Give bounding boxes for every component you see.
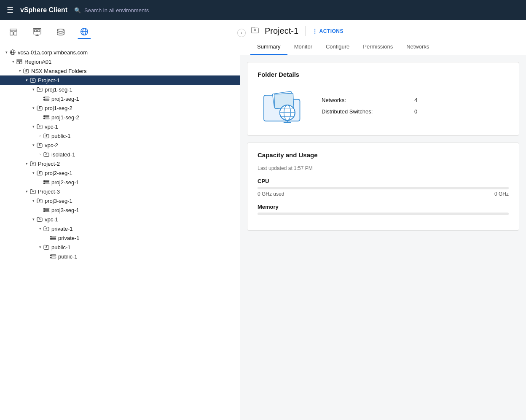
tree-item-region[interactable]: ▾ RegionA01 <box>0 57 240 66</box>
tree-label-public1: public-1 <box>58 253 238 260</box>
collapse-button[interactable]: ‹ <box>237 29 246 37</box>
nav-vms-icon[interactable] <box>30 25 44 39</box>
svg-rect-40 <box>32 191 34 192</box>
svg-rect-20 <box>39 89 40 90</box>
networks-value: 4 <box>414 97 417 103</box>
svg-rect-0 <box>10 29 17 31</box>
tree-toggle-proj2seg1 <box>37 179 43 185</box>
tree-item-project3[interactable]: ▾ Project-3 <box>0 187 240 196</box>
tree-toggle-nsxfolders[interactable]: ▾ <box>17 68 23 74</box>
search-placeholder: Search in all environments <box>84 7 149 13</box>
tree-toggle-isolated1folder[interactable]: › <box>37 151 43 157</box>
tree-toggle-vcsa[interactable]: ▾ <box>3 49 9 55</box>
svg-rect-6 <box>35 30 37 32</box>
svg-rect-19 <box>32 80 34 81</box>
tree-icon-private1 <box>50 234 56 241</box>
cpu-total: 0 GHz <box>494 191 509 197</box>
tree-label-vcsa: vcsa-01a.corp.vmbeans.com <box>18 49 238 56</box>
svg-point-23 <box>44 97 45 98</box>
tree-item-private1folder[interactable]: ▾ private-1 <box>0 224 240 233</box>
tree-toggle-public1folder2[interactable]: ▾ <box>37 244 43 250</box>
tree-icon-region <box>16 58 23 65</box>
tree-item-proj1seg2folder[interactable]: ▾ proj1-seg-2 <box>0 103 240 113</box>
tree-icon-proj3seg1folder <box>36 197 43 204</box>
svg-point-55 <box>51 255 51 256</box>
svg-point-39 <box>44 183 45 183</box>
tree-toggle-private1folder[interactable]: ▾ <box>37 226 43 232</box>
tree-item-proj1seg2[interactable]: proj1-seg-2 <box>0 113 240 122</box>
tree-item-proj1seg1[interactable]: proj1-seg-1 <box>0 94 240 103</box>
tree-item-vpc1folder[interactable]: ▾ vpc-1 <box>0 122 240 131</box>
tree-icon-private1folder <box>43 225 50 232</box>
tree-label-proj3seg1: proj3-seg-1 <box>51 207 238 213</box>
svg-point-8 <box>57 29 64 32</box>
switches-value: 0 <box>414 108 417 115</box>
svg-point-51 <box>51 239 51 239</box>
tree-item-proj3vpc1folder[interactable]: ▾ vpc-1 <box>0 215 240 224</box>
tree-item-vcsa[interactable]: ▾ vcsa-01a.corp.vmbeans.com <box>0 48 240 57</box>
svg-point-28 <box>44 116 45 116</box>
tab-networks[interactable]: Networks <box>400 40 436 55</box>
tree-item-project2[interactable]: ▾ Project-2 <box>0 159 240 168</box>
tree-toggle-vpc1folder[interactable]: ▾ <box>30 124 36 129</box>
tree-toggle-project2[interactable]: ▾ <box>24 161 30 167</box>
tree-item-proj3seg1folder[interactable]: ▾ proj3-seg-1 <box>0 196 240 205</box>
tree-icon-project1 <box>30 77 36 83</box>
tree-icon-proj1seg2folder <box>36 105 43 111</box>
tree-item-proj2seg1[interactable]: proj2-seg-1 <box>0 178 240 187</box>
tree-icon-nsxfolders <box>23 67 30 74</box>
cpu-bar <box>258 187 509 189</box>
tree-toggle-proj3vpc1folder[interactable]: ▾ <box>30 216 36 222</box>
tree-toggle-proj3seg1folder[interactable]: ▾ <box>30 198 36 204</box>
tree-item-project1[interactable]: ▾ Project-1 <box>0 75 240 85</box>
nav-storage-icon[interactable] <box>54 25 67 39</box>
tree-item-vpc2folder[interactable]: ▾ vpc-2 <box>0 140 240 150</box>
content-area: Project-1 ⋮ ACTIONS SummaryMonitorConfig… <box>240 20 526 420</box>
switches-stat-row: Distributed Switches: 0 <box>322 108 417 115</box>
capacity-card: Capacity and Usage Last updated at 1:57 … <box>247 143 519 231</box>
tree-toggle-proj1seg1folder[interactable]: ▾ <box>30 86 36 92</box>
tree-item-proj1seg1folder[interactable]: ▾ proj1-seg-1 <box>0 85 240 94</box>
tree-item-public1[interactable]: public-1 <box>0 252 240 261</box>
tree-label-project2: Project-2 <box>38 161 238 167</box>
tree-toggle-proj2seg1folder[interactable]: ▾ <box>30 170 36 176</box>
svg-rect-57 <box>254 30 256 31</box>
tree-toggle-public1 <box>44 253 50 259</box>
tree-icon-vcsa <box>9 49 16 56</box>
tree-item-nsxfolders[interactable]: ▾ NSX Managed Folders <box>0 66 240 75</box>
tree-item-public1folder[interactable]: › public-1 <box>0 131 240 140</box>
tree-item-isolated1folder[interactable]: › isolated-1 <box>0 150 240 159</box>
tree-item-proj3seg1[interactable]: proj3-seg-1 <box>0 205 240 215</box>
menu-icon[interactable]: ☰ <box>7 5 13 15</box>
tab-permissions[interactable]: Permissions <box>356 40 400 55</box>
tree-icon-vpc2folder <box>36 142 43 148</box>
tree-label-proj1seg1: proj1-seg-1 <box>51 96 238 102</box>
search-bar[interactable]: 🔍 Search in all environments <box>74 7 149 13</box>
tab-monitor[interactable]: Monitor <box>287 40 319 55</box>
tab-configure[interactable]: Configure <box>319 40 356 55</box>
tree-item-proj2seg1folder[interactable]: ▾ proj2-seg-1 <box>0 168 240 178</box>
tree-label-project3: Project-3 <box>38 188 238 195</box>
actions-button[interactable]: ⋮ ACTIONS <box>312 28 344 34</box>
tree-icon-proj2seg1 <box>43 179 50 186</box>
tree-toggle-vpc2folder[interactable]: ▾ <box>30 142 36 148</box>
svg-rect-41 <box>39 200 40 201</box>
tree-item-private1[interactable]: private-1 <box>0 233 240 242</box>
tree-icon-proj1seg1folder <box>36 86 43 93</box>
tree-toggle-project3[interactable]: ▾ <box>24 188 30 194</box>
cpu-usage-row: 0 GHz used 0 GHz <box>258 191 509 197</box>
svg-rect-46 <box>39 219 40 220</box>
nav-networking-icon[interactable] <box>78 25 91 39</box>
tree-item-public1folder2[interactable]: ▾ public-1 <box>0 242 240 252</box>
svg-rect-52 <box>46 247 47 248</box>
tree-label-private1folder: private-1 <box>51 226 238 232</box>
tree-toggle-public1folder[interactable]: › <box>37 133 43 139</box>
tree-toggle-project1[interactable]: ▾ <box>24 77 30 83</box>
folder-icon-large <box>258 85 308 127</box>
memory-section: Memory <box>258 204 509 215</box>
tree-toggle-region[interactable]: ▾ <box>10 59 16 65</box>
tab-summary[interactable]: Summary <box>250 40 287 55</box>
nav-hosts-icon[interactable] <box>7 25 20 39</box>
tree-toggle-proj1seg2folder[interactable]: ▾ <box>30 105 36 111</box>
folder-details-card: Folder Details <box>247 62 519 136</box>
